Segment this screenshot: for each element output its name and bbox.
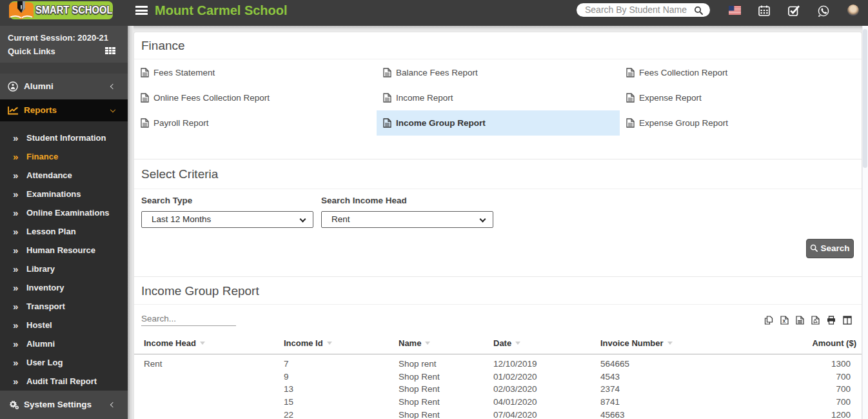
svg-text:X: X (782, 319, 785, 323)
